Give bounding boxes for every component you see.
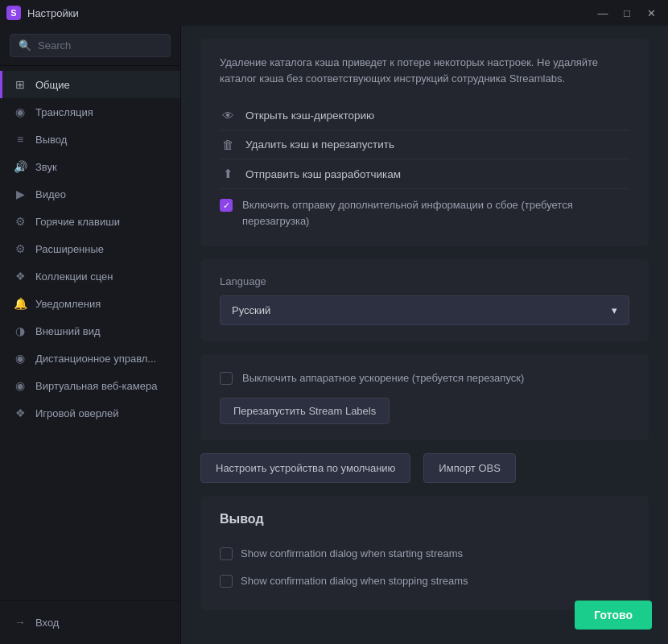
app-layout: 🔍 ⊞ Общие ◉ Трансляция ≡ Вывод 🔊 Звук [0,26,668,644]
audio-icon: 🔊 [13,160,27,173]
output-heading: Вывод [220,512,629,526]
sidebar-item-audio[interactable]: 🔊 Звук [0,153,180,180]
crash-info-row[interactable]: ✓ Включить отправку дополнительной инфор… [220,188,629,230]
chevron-down-icon: ▾ [612,304,617,316]
confirm-start-checkbox[interactable] [220,547,233,560]
language-section: Language Русский ▾ [200,259,649,341]
sidebar-label-collections: Коллекции сцен [35,270,113,283]
sidebar-item-remote[interactable]: ◉ Дистанционное управл... [0,345,180,372]
import-obs-button[interactable]: Импорт OBS [423,453,516,483]
sidebar-item-video[interactable]: ▶ Видео [0,180,180,208]
sidebar-item-output[interactable]: ≡ Вывод [0,126,180,153]
sidebar-label-advanced: Расширенные [35,243,104,255]
confirm-start-label: Show confirmation dialog when starting s… [241,547,463,559]
collections-icon: ❖ [13,270,27,283]
sidebar-label-hotkeys: Горячие клавиши [35,216,120,228]
language-label: Language [220,275,629,287]
sidebar-bottom: → Вход [0,600,180,644]
cache-warning: Удаление каталога кэша приведет к потере… [220,55,629,87]
video-icon: ▶ [13,188,27,200]
search-icon: 🔍 [19,39,31,52]
notifications-icon: 🔔 [13,297,27,310]
sidebar-label-webcam: Виртуальная веб-камера [35,380,157,392]
delete-cache-row[interactable]: 🗑 Удалить кэш и перезапустить [220,130,629,159]
sidebar-label-remote: Дистанционное управл... [35,353,156,365]
sidebar-label-broadcast: Трансляция [35,106,93,118]
crash-checkbox[interactable]: ✓ [220,199,233,212]
restart-stream-labels-button[interactable]: Перезапустить Stream Labels [220,398,390,424]
sidebar-item-overlay[interactable]: ❖ Игровой оверлей [0,399,180,427]
sidebar-item-webcam[interactable]: ◉ Виртуальная веб-камера [0,372,180,399]
login-icon: → [13,616,27,629]
confirm-start-row[interactable]: Show confirmation dialog when starting s… [220,539,629,567]
appearance-icon: ◑ [13,324,27,337]
sidebar-item-appearance[interactable]: ◑ Внешний вид [0,317,180,345]
sidebar-label-overlay: Игровой оверлей [35,407,119,419]
sidebar-item-general[interactable]: ⊞ Общие [0,71,180,98]
titlebar-left: S Настройки [6,6,79,20]
sidebar-item-broadcast[interactable]: ◉ Трансляция [0,98,180,126]
done-button[interactable]: Готово [575,601,652,630]
default-devices-button[interactable]: Настроить устройства по умолчанию [200,453,410,483]
crash-info-label: Включить отправку дополнительной информа… [242,197,629,229]
sidebar-item-login[interactable]: → Вход [0,609,180,636]
advanced-icon: ⚙ [13,242,27,255]
sidebar-label-output: Вывод [35,134,67,146]
trash-icon: 🗑 [220,138,236,151]
search-box: 🔍 [10,34,171,57]
remote-icon: ◉ [13,352,27,365]
open-cache-row[interactable]: 👁 Открыть кэш-директорию [220,101,629,130]
overlay-icon: ❖ [13,407,27,419]
search-wrap: 🔍 [0,26,180,66]
sidebar-label-video: Видео [35,188,66,200]
sidebar-label-general: Общие [35,79,70,91]
misc-section: Выключить аппаратное ускорение (требуетс… [200,354,649,440]
titlebar-controls: — □ ✕ [592,5,662,21]
language-value: Русский [232,304,270,316]
titlebar: S Настройки — □ ✕ [0,0,668,26]
sidebar-label-notifications: Уведомления [35,298,101,310]
buttons-section: Настроить устройства по умолчанию Импорт… [200,453,649,483]
eye-icon: 👁 [220,109,236,122]
webcam-icon: ◉ [13,379,27,392]
send-cache-row[interactable]: ⬆ Отправить кэш разработчикам [220,159,629,188]
close-button[interactable]: ✕ [641,5,662,21]
confirm-stop-checkbox[interactable] [220,575,233,588]
minimize-button[interactable]: — [592,5,613,21]
maximize-button[interactable]: □ [616,5,637,21]
output-icon: ≡ [13,133,27,146]
hw-accel-label: Выключить аппаратное ускорение (требуетс… [242,372,524,384]
sidebar-item-collections[interactable]: ❖ Коллекции сцен [0,262,180,290]
titlebar-title: Настройки [27,7,79,19]
confirm-stop-label: Show confirmation dialog when stopping s… [241,575,468,587]
sidebar-item-notifications[interactable]: 🔔 Уведомления [0,290,180,317]
language-select[interactable]: Русский ▾ [220,295,629,325]
sidebar-label-login: Вход [35,617,59,629]
output-section: Вывод Show confirmation dialog when star… [200,496,649,610]
main-content: Удаление каталога кэша приведет к потере… [181,26,668,644]
cache-section: Удаление каталога кэша приведет к потере… [200,39,649,246]
delete-cache-label: Удалить кэш и перезапустить [245,138,394,151]
hotkeys-icon: ⚙ [13,215,27,228]
open-cache-label: Открыть кэш-директорию [245,109,374,122]
send-cache-label: Отправить кэш разработчикам [245,168,401,180]
app-icon: S [6,6,21,20]
sidebar: 🔍 ⊞ Общие ◉ Трансляция ≡ Вывод 🔊 Звук [0,26,181,644]
sidebar-label-appearance: Внешний вид [35,325,101,337]
sidebar-item-advanced[interactable]: ⚙ Расширенные [0,235,180,262]
sidebar-item-hotkeys[interactable]: ⚙ Горячие клавиши [0,208,180,235]
confirm-stop-row[interactable]: Show confirmation dialog when stopping s… [220,567,629,594]
sidebar-nav: ⊞ Общие ◉ Трансляция ≡ Вывод 🔊 Звук ▶ Ви… [0,66,180,600]
upload-icon: ⬆ [220,167,236,181]
hw-accel-row[interactable]: Выключить аппаратное ускорение (требуетс… [220,370,629,385]
search-input[interactable] [38,39,162,52]
sidebar-label-audio: Звук [35,161,57,173]
general-icon: ⊞ [13,78,27,91]
broadcast-icon: ◉ [13,105,27,118]
hw-accel-checkbox[interactable] [220,372,233,385]
